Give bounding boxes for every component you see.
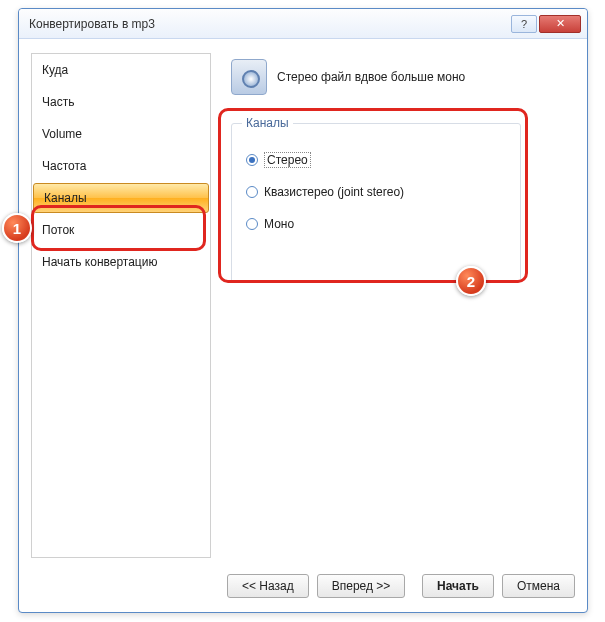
client-area: Куда Часть Volume Частота Каналы Поток Н… <box>25 45 581 564</box>
radio-label: Квазистерео (joint stereo) <box>264 185 404 199</box>
main-panel: Стерео файл вдвое больше моно Каналы Сте… <box>221 53 575 558</box>
help-button[interactable]: ? <box>511 15 537 33</box>
sidebar-item-stream[interactable]: Поток <box>32 214 210 246</box>
cancel-button[interactable]: Отмена <box>502 574 575 598</box>
annotation-marker-1: 1 <box>2 213 32 243</box>
radio-label: Моно <box>264 217 294 231</box>
sidebar-item-part[interactable]: Часть <box>32 86 210 118</box>
sidebar-item-channels[interactable]: Каналы <box>33 183 209 213</box>
header-row: Стерео файл вдвое больше моно <box>221 53 575 101</box>
dialog-window: Конвертировать в mp3 ? ✕ Куда Часть Volu… <box>18 8 588 613</box>
radio-mono[interactable]: Моно <box>246 208 506 240</box>
description-text: Стерео файл вдвое больше моно <box>277 70 465 84</box>
back-button[interactable]: << Назад <box>227 574 309 598</box>
groupbox-legend: Каналы <box>242 116 293 130</box>
sidebar-item-frequency[interactable]: Частота <box>32 150 210 182</box>
radio-label: Стерео <box>264 152 311 168</box>
button-bar: << Назад Вперед >> Начать Отмена <box>25 570 581 602</box>
sidebar: Куда Часть Volume Частота Каналы Поток Н… <box>31 53 211 558</box>
channels-groupbox: Каналы Стерео Квазистерео (joint stereo)… <box>231 123 521 283</box>
sidebar-item-start-conversion[interactable]: Начать конвертацию <box>32 246 210 278</box>
sidebar-item-destination[interactable]: Куда <box>32 54 210 86</box>
annotation-marker-2: 2 <box>456 266 486 296</box>
radio-icon <box>246 218 258 230</box>
radio-icon <box>246 186 258 198</box>
audio-file-icon <box>231 59 267 95</box>
radio-stereo[interactable]: Стерео <box>246 144 506 176</box>
forward-button[interactable]: Вперед >> <box>317 574 406 598</box>
sidebar-item-volume[interactable]: Volume <box>32 118 210 150</box>
start-button[interactable]: Начать <box>422 574 494 598</box>
radio-joint-stereo[interactable]: Квазистерео (joint stereo) <box>246 176 506 208</box>
window-title: Конвертировать в mp3 <box>29 17 509 31</box>
radio-icon <box>246 154 258 166</box>
titlebar: Конвертировать в mp3 ? ✕ <box>19 9 587 39</box>
close-button[interactable]: ✕ <box>539 15 581 33</box>
